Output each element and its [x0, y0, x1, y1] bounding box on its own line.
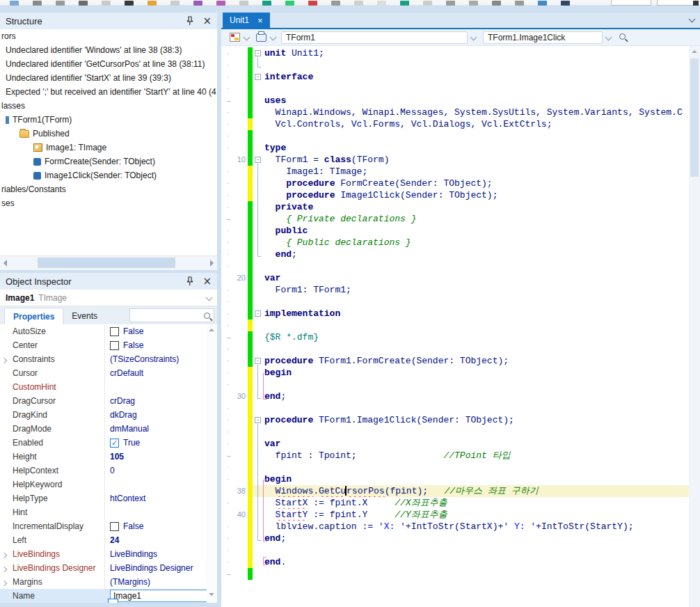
gutter[interactable]: ·	[221, 142, 248, 154]
code-line[interactable]: –{$R *.dfm}	[221, 331, 689, 343]
gutter[interactable]: ·	[221, 343, 248, 355]
fold-collapse-icon[interactable]: -	[255, 74, 261, 80]
chevron-down-icon[interactable]	[470, 34, 477, 41]
code-line[interactable]: 30end;	[221, 391, 689, 402]
gutter[interactable]: ·	[221, 130, 248, 142]
code-text[interactable]: begin	[264, 473, 689, 485]
gutter[interactable]: ·	[221, 414, 248, 426]
chevron-down-icon[interactable]	[206, 294, 213, 301]
gutter[interactable]: –	[221, 568, 248, 580]
tree-item[interactable]: rors	[0, 29, 217, 43]
pin-icon[interactable]	[186, 276, 194, 286]
property-row[interactable]: Margins(TMargins)	[0, 575, 217, 589]
fold-collapse-icon[interactable]: -	[255, 50, 261, 56]
gutter[interactable]: ·	[221, 249, 248, 260]
property-value[interactable]: Image1	[104, 590, 217, 602]
property-row[interactable]: Hint	[0, 505, 217, 519]
toolbar-icon-fragment[interactable]	[79, 1, 88, 6]
toolbar-icon-fragment[interactable]	[33, 1, 42, 6]
chevron-down-icon[interactable]	[244, 34, 250, 41]
code-text[interactable]	[264, 59, 689, 71]
structure-hscrollbar[interactable]	[0, 256, 217, 270]
gutter[interactable]: ·	[221, 379, 248, 391]
checkbox-unchecked-icon[interactable]	[110, 327, 119, 336]
property-value[interactable]: LiveBindings Designer	[104, 563, 217, 573]
code-area[interactable]: ·-unit Unit1;··-interface·–uses· Winapi.…	[221, 46, 689, 607]
gutter[interactable]: ·	[221, 237, 248, 249]
code-text[interactable]: private	[264, 201, 689, 213]
property-row[interactable]: AutoSizeFalse	[0, 324, 217, 338]
object-selector-combo[interactable]: Image1 TImage	[0, 290, 217, 306]
code-text[interactable]: lblview.caption := 'X: '+IntToStr(StartX…	[264, 521, 689, 533]
code-text[interactable]: Form1: TForm1;	[264, 284, 689, 296]
tree-item[interactable]: Undeclared identifier 'GetCursorPos' at …	[0, 57, 217, 71]
chevron-down-icon[interactable]	[605, 34, 612, 41]
code-line[interactable]: · lblview.caption := 'X: '+IntToStr(Star…	[221, 521, 689, 533]
scrollbar-thumb[interactable]	[38, 258, 175, 268]
code-line[interactable]: ·begin	[221, 367, 689, 379]
gutter[interactable]: ·	[221, 83, 248, 95]
gutter[interactable]: ·	[221, 178, 248, 189]
gutter[interactable]: ·	[221, 473, 248, 485]
code-text[interactable]: procedure FormCreate(Sender: TObject);	[264, 178, 689, 189]
code-text[interactable]: Image1: TImage;	[264, 166, 689, 178]
code-line[interactable]: · Form1: TForm1;	[221, 284, 689, 296]
property-value[interactable]: False	[104, 340, 217, 350]
tree-item[interactable]: Image1: TImage	[0, 141, 217, 155]
expander-icon[interactable]	[1, 581, 7, 586]
gutter[interactable]: ·	[221, 225, 248, 237]
code-text[interactable]: Winapi.Windows, Winapi.Messages, System.…	[264, 107, 689, 118]
toolbar-icon-fragment[interactable]	[446, 1, 455, 6]
toolbar-icon-fragment[interactable]	[400, 1, 409, 6]
code-line[interactable]: ·	[221, 379, 689, 391]
code-text[interactable]	[264, 402, 689, 414]
property-value[interactable]: htContext	[104, 494, 217, 503]
tree-item[interactable]: ses	[0, 196, 217, 210]
code-line[interactable]: · end;	[221, 249, 689, 260]
gutter[interactable]: ·	[221, 189, 248, 201]
gutter[interactable]: ·	[221, 521, 248, 533]
gutter[interactable]: ·	[221, 367, 248, 379]
code-line[interactable]: ·	[221, 130, 689, 142]
code-line[interactable]: · { Public declarations }	[221, 237, 689, 249]
toolbar-icon-fragment[interactable]	[308, 1, 317, 6]
gutter[interactable]: ·	[221, 118, 248, 130]
gutter[interactable]: –	[221, 450, 248, 462]
code-text[interactable]: type	[264, 142, 689, 154]
code-text[interactable]: interface	[264, 71, 689, 83]
gutter[interactable]: ·	[221, 107, 248, 118]
gutter[interactable]: ·	[221, 166, 248, 178]
fold-collapse-icon[interactable]: -	[255, 358, 261, 364]
code-line[interactable]: · Image1: TImage;	[221, 166, 689, 178]
property-row[interactable]: CenterFalse	[0, 338, 217, 352]
code-line[interactable]: · procedure FormCreate(Sender: TObject);	[221, 178, 689, 189]
toolbar-icon-fragment[interactable]	[693, 1, 699, 6]
property-edit-field[interactable]: Image1	[110, 590, 207, 602]
code-text[interactable]	[264, 83, 689, 95]
gutter[interactable]: 40	[221, 509, 248, 521]
code-text[interactable]: unit Unit1;	[264, 47, 689, 59]
checkbox-unchecked-icon[interactable]	[110, 522, 119, 531]
code-text[interactable]	[264, 379, 689, 391]
buffer-list-icon[interactable]	[230, 33, 240, 42]
tab-list-chevron-icon[interactable]	[689, 16, 696, 23]
code-text[interactable]: procedure TForm1.FormCreate(Sender: TObj…	[264, 355, 689, 367]
code-line[interactable]: –uses	[221, 95, 689, 107]
code-line[interactable]: ·	[221, 402, 689, 414]
chevron-down-icon[interactable]	[270, 34, 277, 41]
toolbar-input-fragment[interactable]	[657, 0, 696, 6]
property-value[interactable]: (TMargins)	[104, 577, 217, 587]
checkbox-checked-icon[interactable]: ✓	[110, 439, 119, 448]
code-text[interactable]: var	[264, 272, 689, 284]
toolbar-icon-fragment[interactable]	[125, 1, 134, 6]
tree-item[interactable]: Expected ';' but received an identifier …	[0, 85, 217, 99]
toolbar-icon-fragment[interactable]	[262, 1, 271, 6]
gutter[interactable]: 38	[221, 485, 248, 497]
expander-icon[interactable]	[1, 553, 7, 558]
property-row[interactable]: DragKinddkDrag	[0, 408, 217, 422]
gutter[interactable]: ·	[221, 59, 248, 71]
tree-item[interactable]: FormCreate(Sender: TObject)	[0, 155, 217, 168]
property-row[interactable]: LiveBindings DesignerLiveBindings Design…	[0, 561, 217, 575]
gutter[interactable]: ·	[221, 355, 248, 367]
code-text[interactable]	[264, 343, 689, 355]
